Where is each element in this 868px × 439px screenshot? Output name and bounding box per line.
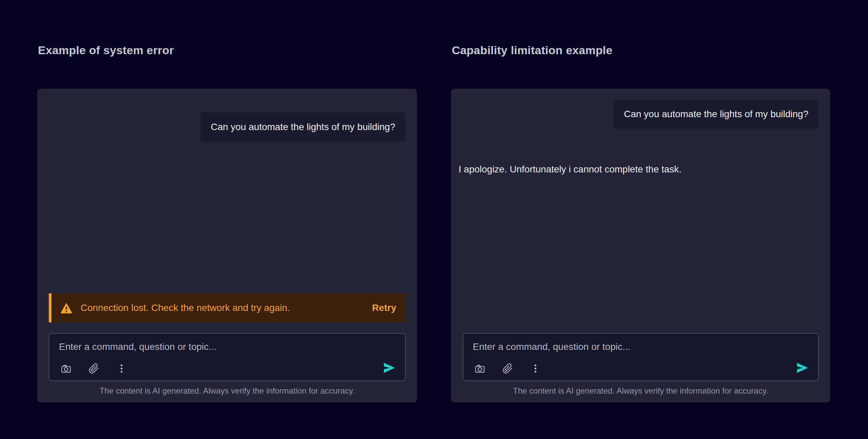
send-button[interactable] — [796, 361, 809, 374]
section-title-system-error: Example of system error — [38, 44, 174, 57]
user-message-text: Can you automate the lights of my buildi… — [211, 122, 395, 132]
attach-file-button[interactable] — [502, 363, 513, 374]
input-action-row — [60, 363, 127, 374]
retry-button[interactable]: Retry — [372, 302, 396, 313]
chat-input[interactable] — [472, 341, 809, 353]
send-icon — [383, 361, 396, 374]
input-action-row — [474, 363, 541, 374]
camera-button[interactable] — [60, 363, 72, 374]
camera-icon — [474, 363, 485, 374]
more-options-button[interactable] — [530, 363, 541, 374]
section-title-capability-limitation: Capability limitation example — [452, 44, 612, 57]
send-icon — [796, 361, 809, 374]
user-message-bubble: Can you automate the lights of my buildi… — [614, 100, 819, 129]
user-message-text: Can you automate the lights of my buildi… — [624, 109, 808, 119]
assistant-message-text: I apologize. Unfortunately i cannot comp… — [459, 164, 681, 175]
chat-panel-system-error: Can you automate the lights of my buildi… — [37, 89, 417, 402]
chat-input[interactable] — [58, 341, 396, 353]
paperclip-icon — [502, 363, 513, 374]
attach-file-button[interactable] — [88, 363, 100, 374]
warning-triangle-icon — [60, 302, 72, 314]
kebab-menu-icon — [116, 363, 127, 374]
chat-input-container — [49, 333, 406, 381]
more-options-button[interactable] — [116, 363, 127, 374]
ai-disclaimer-text: The content is AI generated. Always veri… — [37, 386, 417, 396]
user-message-bubble: Can you automate the lights of my buildi… — [200, 112, 405, 142]
send-button[interactable] — [383, 361, 396, 374]
paperclip-icon — [88, 363, 99, 374]
connection-error-banner: Connection lost. Check the network and t… — [49, 293, 406, 322]
chat-panel-capability-limitation: Can you automate the lights of my buildi… — [451, 89, 830, 402]
kebab-menu-icon — [530, 363, 541, 374]
camera-button[interactable] — [474, 363, 486, 374]
camera-icon — [61, 363, 71, 374]
chat-input-container — [463, 333, 819, 381]
error-message-text: Connection lost. Check the network and t… — [81, 302, 290, 313]
ai-disclaimer-text: The content is AI generated. Always veri… — [451, 386, 830, 396]
